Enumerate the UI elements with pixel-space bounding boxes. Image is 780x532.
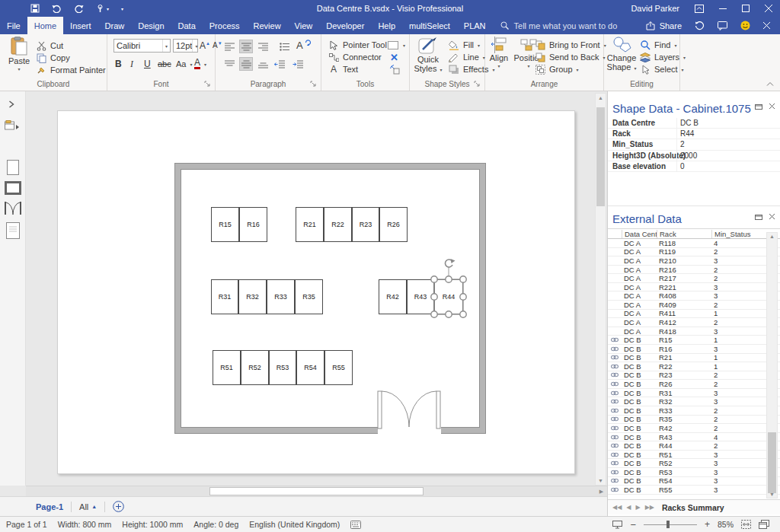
vertical-scrollbar[interactable]: ▲ ▼: [595, 93, 606, 486]
horizontal-scrollbar[interactable]: ▶: [26, 486, 607, 496]
external-data-row[interactable]: DC AR1184: [608, 239, 780, 248]
external-data-row[interactable]: DC AR4092: [608, 301, 780, 310]
draw-shape-button[interactable]: ▾: [387, 39, 405, 51]
tab-draw[interactable]: Draw: [98, 17, 132, 34]
master-room-icon[interactable]: [5, 181, 21, 195]
rack-shape-r33[interactable]: R33: [267, 279, 295, 314]
strikethrough-button[interactable]: abc: [158, 58, 171, 70]
macro-record-icon[interactable]: [350, 521, 361, 529]
fit-page-icon[interactable]: [741, 520, 751, 529]
external-data-row[interactable]: DC BR543: [608, 477, 780, 486]
rack-shape-r22[interactable]: R22: [324, 207, 352, 242]
shape-data-row[interactable]: Data CentreDC B: [608, 118, 780, 129]
italic-button[interactable]: I: [130, 58, 133, 70]
tab-help[interactable]: Help: [371, 17, 402, 34]
stencil-icon[interactable]: [5, 120, 20, 131]
change-case-button[interactable]: Aa▾: [176, 58, 192, 70]
status-height[interactable]: Height: 1000 mm: [122, 520, 183, 529]
quick-styles-button[interactable]: Quick Styles ▾: [413, 37, 443, 75]
external-data-row[interactable]: DC AR4183: [608, 327, 780, 336]
connection-point-button[interactable]: [388, 63, 401, 75]
external-data-row[interactable]: DC AR1192: [608, 248, 780, 257]
external-data-row[interactable]: DC BR211: [608, 354, 780, 363]
add-page-button[interactable]: [113, 501, 124, 512]
zoom-out-icon[interactable]: −: [630, 519, 636, 530]
text-rotate-button[interactable]: A: [296, 39, 312, 51]
align-button[interactable]: Align ▾: [487, 37, 511, 68]
cut-button[interactable]: Cut: [35, 40, 63, 52]
external-data-row[interactable]: DC AR4122: [608, 318, 780, 327]
close-panel-icon[interactable]: [769, 103, 775, 110]
external-data-row[interactable]: DC BR434: [608, 433, 780, 442]
external-data-row[interactable]: DC AR2172: [608, 274, 780, 283]
bring-to-front-button[interactable]: Bring to Front▾: [534, 39, 606, 51]
tab-plan[interactable]: PLAN: [457, 17, 493, 34]
presentation-mode-icon[interactable]: [612, 520, 622, 529]
grow-font-button[interactable]: A▲: [200, 40, 212, 52]
status-width[interactable]: Width: 800 mm: [58, 520, 112, 529]
format-painter-button[interactable]: Format Painter: [35, 64, 106, 76]
rack-shape-r15[interactable]: R15: [211, 207, 239, 242]
external-data-row[interactable]: DC BR422: [608, 424, 780, 433]
align-right-button[interactable]: [257, 40, 269, 53]
connector-button[interactable]: Connector: [328, 51, 382, 63]
tab-review[interactable]: Review: [247, 17, 288, 34]
send-to-back-button[interactable]: Send to Back▾: [534, 51, 605, 63]
font-size-select[interactable]: 12pt▾: [173, 39, 198, 53]
bold-button[interactable]: B: [115, 58, 122, 70]
external-data-row[interactable]: DC AR2213: [608, 283, 780, 292]
zoom-slider[interactable]: [644, 520, 697, 529]
multiselect-x-button[interactable]: ✕: [390, 51, 398, 63]
external-data-row[interactable]: DC BR513: [608, 451, 780, 460]
external-data-row[interactable]: DC BR221: [608, 362, 780, 371]
tab-home[interactable]: Home: [27, 17, 63, 34]
shape-data-row[interactable]: Min_Status2: [608, 139, 780, 150]
feedback-smiley-icon[interactable]: [740, 21, 750, 30]
external-data-row[interactable]: DC AR2103: [608, 256, 780, 266]
rack-shape-r42[interactable]: R42: [379, 279, 407, 314]
maximize-button[interactable]: [742, 5, 750, 12]
status-language[interactable]: English (United Kingdom): [249, 520, 340, 529]
external-data-tab-label[interactable]: Racks Summary: [662, 503, 724, 512]
next-table-icon[interactable]: ▶: [635, 504, 640, 511]
rack-shape-r53[interactable]: R53: [269, 350, 296, 385]
pointer-tool-button[interactable]: Pointer Tool: [328, 39, 387, 51]
external-data-row[interactable]: DC AR4083: [608, 291, 780, 301]
fill-button[interactable]: Fill▾: [448, 39, 480, 51]
rack-shape-r26[interactable]: R26: [379, 207, 408, 242]
collapse-ribbon-icon[interactable]: [766, 81, 774, 88]
font-family-select[interactable]: Calibri▾: [113, 39, 171, 53]
history-icon[interactable]: [695, 21, 705, 30]
expand-shapes-icon[interactable]: [8, 100, 14, 108]
bullets-button[interactable]: [278, 40, 290, 53]
layers-button[interactable]: Layers▾: [639, 51, 686, 63]
master-door-icon[interactable]: [4, 200, 22, 217]
underline-button[interactable]: U: [144, 58, 151, 70]
external-data-row[interactable]: DC BR523: [608, 459, 780, 468]
rack-shape-r23[interactable]: R23: [352, 207, 379, 242]
master-cabinet-icon[interactable]: [7, 160, 19, 175]
group-button[interactable]: Group▾: [534, 63, 579, 75]
close-panel-icon[interactable]: [769, 213, 775, 220]
font-color-button[interactable]: A▾: [194, 58, 206, 70]
tab-design[interactable]: Design: [131, 17, 171, 34]
decrease-indent-button[interactable]: [273, 58, 286, 70]
shape-data-row[interactable]: Base elevation0: [608, 161, 780, 172]
align-bottom-button[interactable]: [257, 58, 269, 70]
rack-shape-r43[interactable]: R43: [407, 279, 434, 314]
text-tool-button[interactable]: A Text: [328, 63, 358, 75]
close-addon-icon[interactable]: [763, 22, 770, 29]
external-data-row[interactable]: DC BR553: [608, 486, 780, 495]
tab-insert[interactable]: Insert: [63, 17, 98, 34]
drawing-canvas[interactable]: R15R16R21R22R23R26R31R32R33R35R42R43R44R…: [0, 91, 607, 496]
close-button[interactable]: [765, 5, 772, 12]
shape-data-row[interactable]: RackR44: [608, 129, 780, 139]
first-table-icon[interactable]: ◀◀: [612, 504, 622, 511]
external-data-row[interactable]: DC BR151: [608, 336, 780, 345]
prev-table-icon[interactable]: ◀: [626, 504, 631, 511]
status-page[interactable]: Page 1 of 1: [6, 520, 47, 529]
external-data-row[interactable]: DC BR232: [608, 371, 780, 381]
switch-windows-icon[interactable]: [759, 520, 769, 529]
shape-data-row[interactable]: Height3D (Absolute)2000: [608, 151, 780, 161]
align-top-button[interactable]: [223, 58, 235, 70]
